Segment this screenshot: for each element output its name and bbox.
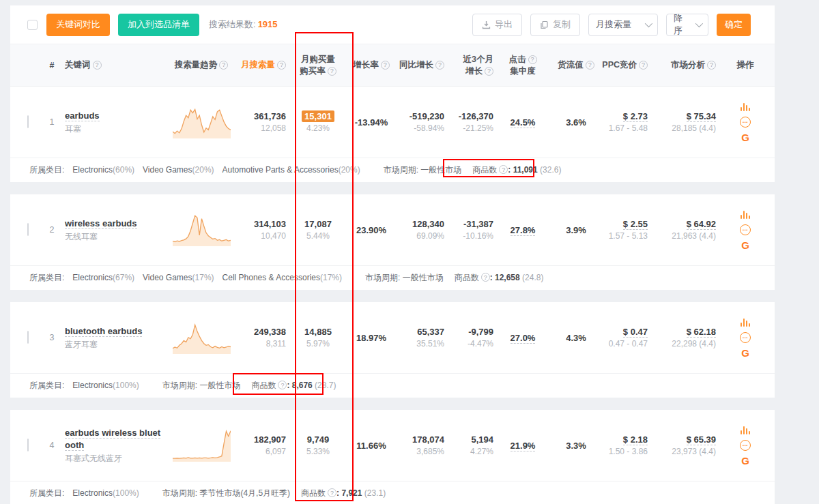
market-price-value[interactable]: $ 75.34 <box>687 111 716 122</box>
category-label: 所属类目: <box>29 164 64 176</box>
row-index: 2 <box>39 225 65 235</box>
help-icon[interactable] <box>481 273 490 282</box>
sort-field-select[interactable]: 月搜索量 <box>588 14 658 36</box>
category-item: Electronics(67%) <box>72 273 134 282</box>
export-button[interactable]: 导出 <box>472 14 522 36</box>
category-item: Electronics(100%) <box>72 381 139 390</box>
analysis-chart-icon[interactable] <box>740 102 751 112</box>
help-icon[interactable] <box>328 67 336 76</box>
help-icon[interactable] <box>381 61 390 70</box>
category-label: 所属类目: <box>29 488 64 499</box>
ppc-range: 0.47 - 0.47 <box>600 338 648 350</box>
select-all-checkbox[interactable] <box>27 20 38 30</box>
copy-icon <box>540 20 549 29</box>
more-actions-icon[interactable] <box>740 117 751 128</box>
supply-value: 3.9% <box>552 224 600 237</box>
google-trends-icon[interactable]: G <box>741 456 749 466</box>
market-price-value[interactable]: $ 62.18 <box>687 327 716 338</box>
header-ops: 操作 <box>716 59 775 71</box>
market-cycle: 市场周期: 一般性市场 <box>162 380 241 391</box>
header-volume[interactable]: 月搜索量 <box>235 59 286 71</box>
help-icon[interactable] <box>278 381 287 389</box>
ppc-range: 1.67 - 5.48 <box>600 123 648 134</box>
click-concentration-value[interactable]: 27.8% <box>511 225 536 236</box>
row-checkbox[interactable] <box>27 223 29 236</box>
google-trends-icon[interactable]: G <box>741 132 749 143</box>
copy-button[interactable]: 复制 <box>530 14 580 36</box>
ppc-value[interactable]: $ 2.73 <box>623 111 648 122</box>
confirm-button[interactable]: 确定 <box>717 14 751 36</box>
ppc-value[interactable]: $ 2.18 <box>623 434 648 445</box>
analysis-chart-icon[interactable] <box>740 425 751 435</box>
add-to-list-button[interactable]: 加入到选品清单 <box>118 14 199 36</box>
row-checkbox[interactable] <box>27 439 29 451</box>
google-trends-icon[interactable]: G <box>741 240 749 251</box>
analysis-chart-icon[interactable] <box>740 209 751 220</box>
header-purchase: 月购买量购买率 <box>286 54 350 77</box>
growth-value: 11.66% <box>350 439 392 452</box>
sort-order-select[interactable]: 降序 <box>666 14 708 36</box>
analysis-chart-icon[interactable] <box>740 317 751 327</box>
help-icon[interactable] <box>707 61 716 70</box>
click-concentration-value[interactable]: 27.0% <box>511 333 536 344</box>
ppc-value[interactable]: $ 0.47 <box>623 327 648 338</box>
help-icon[interactable] <box>586 61 594 70</box>
market-sub: 22,298 (4.4) <box>648 338 716 350</box>
help-icon[interactable] <box>435 61 444 70</box>
ppc-range: 1.50 - 3.86 <box>600 446 648 458</box>
trend-sparkline <box>173 211 231 246</box>
row-checkbox[interactable] <box>27 331 29 344</box>
market-sub: 21,963 (4.4) <box>648 231 716 242</box>
yoy-value: 128,340 <box>392 218 444 231</box>
help-icon[interactable] <box>499 165 508 174</box>
help-icon[interactable] <box>328 488 336 497</box>
row-footer: 所属类目: Electronics(100%) 市场周期: 一般性市场 商品数:… <box>10 374 775 397</box>
toolbar-right-group: 导出 复制 月搜索量 降序 确定 <box>472 14 751 36</box>
volume-sub: 6,097 <box>235 446 286 458</box>
yoy-sub: 3,685% <box>392 446 444 458</box>
google-trends-icon[interactable]: G <box>741 348 749 359</box>
help-icon[interactable] <box>528 55 537 64</box>
category-item: Cell Phones & Accessories(17%) <box>222 273 342 282</box>
m3-sub: -21.25% <box>444 123 493 134</box>
supply-value: 3.6% <box>552 116 600 129</box>
category-item: Electronics(60%) <box>72 165 134 175</box>
yoy-value: 178,074 <box>392 433 444 446</box>
keyword-link[interactable]: wireless earbuds <box>65 218 137 229</box>
click-concentration-value[interactable]: 24.5% <box>511 117 536 128</box>
keyword-block: 4 earbuds wireless bluetooth 耳塞式无线蓝牙 182… <box>10 410 775 504</box>
help-icon[interactable] <box>485 67 493 76</box>
copy-label: 复制 <box>553 18 571 31</box>
keyword-link[interactable]: earbuds wireless bluetooth <box>65 428 160 451</box>
help-icon[interactable] <box>219 61 228 70</box>
help-icon[interactable] <box>277 61 286 70</box>
row-checkbox[interactable] <box>27 115 29 128</box>
m3-value: -9,799 <box>444 325 493 338</box>
help-icon[interactable] <box>93 61 102 70</box>
keyword-link[interactable]: earbuds <box>65 110 100 121</box>
help-icon[interactable] <box>639 61 648 70</box>
keyword-translation: 无线耳塞 <box>65 231 163 243</box>
row-footer: 所属类目: Electronics(100%) 市场周期: 季节性市场(4月,5… <box>10 481 775 504</box>
click-concentration-value[interactable]: 21.9% <box>511 441 536 451</box>
more-actions-icon[interactable] <box>740 332 751 343</box>
market-price-value[interactable]: $ 64.92 <box>687 219 716 230</box>
row-index: 4 <box>39 441 65 450</box>
growth-value: 23.90% <box>350 224 392 237</box>
more-actions-icon[interactable] <box>740 440 751 451</box>
m3-value: -31,387 <box>444 218 493 231</box>
yoy-value: -519,230 <box>392 110 444 123</box>
volume-value: 361,736 <box>235 110 286 123</box>
market-price-value[interactable]: $ 65.39 <box>687 434 716 445</box>
search-results-count: 搜索结果数:1915 <box>209 18 278 31</box>
more-actions-icon[interactable] <box>740 224 751 235</box>
keyword-translation: 耳塞 <box>65 123 163 135</box>
keyword-link[interactable]: bluetooth earbuds <box>65 326 142 337</box>
keyword-block: 1 earbuds 耳塞 361,73612,058 15,3014.23% -… <box>10 87 775 182</box>
volume-sub: 12,058 <box>235 123 286 134</box>
market-cycle: 市场周期: 一般性市场 <box>365 272 444 284</box>
purchase-rate: 5.33% <box>286 446 350 458</box>
table-row: 3 bluetooth earbuds 蓝牙耳塞 249,3388,311 14… <box>10 302 775 374</box>
ppc-value[interactable]: $ 2.55 <box>623 219 648 230</box>
compare-keywords-button[interactable]: 关键词对比 <box>46 14 110 36</box>
